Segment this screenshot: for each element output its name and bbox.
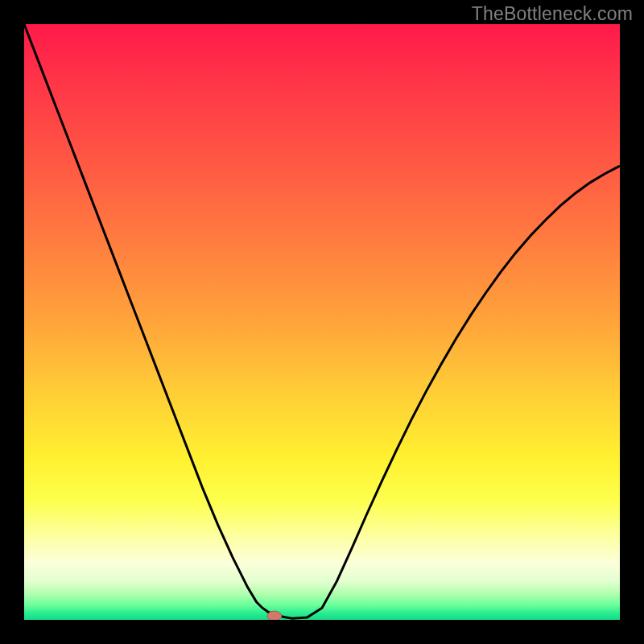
bottleneck-chart [24,24,620,620]
plot-area [24,24,620,620]
watermark-text: TheBottleneck.com [472,3,633,25]
optimal-point-marker [267,611,282,620]
gradient-background [24,24,620,620]
chart-frame: TheBottleneck.com [0,0,644,644]
